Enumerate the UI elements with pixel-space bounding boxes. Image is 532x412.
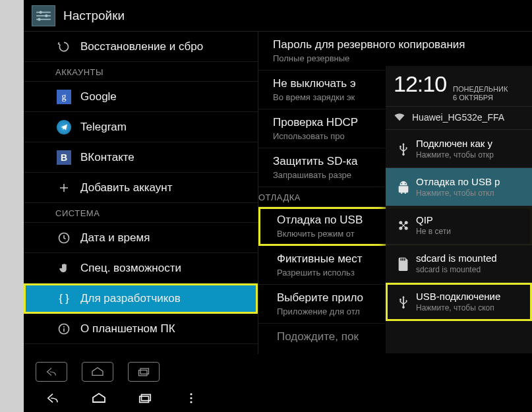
android-icon: [391, 180, 416, 194]
clock-icon: [55, 229, 73, 247]
nav-recent-button[interactable]: [131, 389, 160, 407]
notification-qip[interactable]: QIP Не в сети: [386, 206, 532, 245]
nav-home-button[interactable]: [84, 389, 113, 407]
info-icon: [55, 320, 73, 338]
svg-point-14: [190, 393, 192, 395]
sd-icon: [391, 256, 416, 271]
vk-icon: B: [55, 149, 73, 166]
nav-back-button[interactable]: [38, 389, 67, 407]
sidebar-item-accessibility[interactable]: Спец. возможности: [24, 253, 258, 283]
hand-icon: [55, 260, 73, 277]
section-system: СИСТЕМА: [24, 203, 258, 223]
sidebar-item-add-account[interactable]: Добавить аккаунт: [24, 173, 258, 203]
option-backup-password[interactable]: Пароль для резервного копирования Полные…: [258, 32, 532, 71]
clock-time: 12:10: [394, 71, 446, 97]
notification-sdcard[interactable]: sdcard is mounted sdcard is mounted: [386, 245, 532, 283]
usb-icon: [391, 295, 416, 309]
sidebar-item-telegram[interactable]: Telegram: [24, 112, 258, 142]
svg-point-17: [401, 183, 402, 184]
svg-point-5: [38, 18, 40, 20]
sidebar-item-google[interactable]: g Google: [24, 82, 258, 112]
clock-date: ПОНЕДЕЛЬНИК 6 ОКТЯБРЯ: [453, 85, 508, 102]
settings-icon: [32, 5, 55, 26]
sidebar-item-backup-reset[interactable]: Восстановление и сбро: [24, 32, 258, 62]
usb-icon: [391, 142, 416, 156]
restore-icon: [55, 38, 73, 55]
svg-point-16: [190, 401, 192, 403]
notification-panel: 12:10 ПОНЕДЕЛЬНИК 6 ОКТЯБРЯ Huawei_HG532…: [386, 66, 532, 353]
sidebar-item-date-time[interactable]: Дата и время: [24, 223, 258, 253]
nav-menu-button[interactable]: [177, 389, 206, 407]
notification-wifi[interactable]: Huawei_HG532e_FFA: [386, 107, 532, 130]
settings-sidebar: Восстановление и сбро АККАУНТЫ g Google …: [24, 32, 258, 354]
section-accounts: АККАУНТЫ: [24, 62, 258, 82]
qip-icon: [391, 219, 416, 232]
navbar-outline: [36, 362, 160, 382]
notification-usb-connection[interactable]: USB-подключение Нажмите, чтобы скоп: [386, 283, 532, 321]
navbar: [24, 384, 532, 412]
wifi-icon: [394, 113, 405, 122]
svg-point-18: [405, 183, 406, 184]
nav-home-outline[interactable]: [82, 362, 113, 382]
braces-icon: { }: [55, 290, 73, 307]
notification-clock-row[interactable]: 12:10 ПОНЕДЕЛЬНИК 6 ОКТЯБРЯ: [386, 66, 532, 107]
svg-rect-25: [400, 258, 401, 261]
google-icon: g: [55, 88, 73, 105]
sidebar-item-vkontakte[interactable]: B ВКонтакте: [24, 142, 258, 173]
sidebar-item-developer-options[interactable]: { } Для разработчиков: [24, 283, 258, 314]
notification-usb-connected[interactable]: Подключен как у Нажмите, чтобы откр: [386, 130, 532, 168]
svg-rect-26: [402, 258, 403, 261]
page-title: Настройки: [63, 9, 125, 23]
telegram-icon: [55, 119, 73, 136]
svg-point-8: [63, 326, 65, 327]
svg-point-1: [40, 11, 42, 13]
settings-header: Настройки: [24, 0, 532, 32]
svg-point-3: [45, 14, 47, 16]
svg-rect-9: [63, 328, 65, 332]
svg-point-15: [190, 397, 192, 399]
plus-icon: [55, 179, 73, 196]
notification-usb-debugging[interactable]: Отладка по USB р Нажмите, чтобы откл: [386, 168, 532, 206]
svg-rect-27: [404, 258, 405, 261]
nav-recent-outline[interactable]: [128, 362, 160, 382]
nav-back-outline[interactable]: [36, 362, 67, 382]
sidebar-item-about-tablet[interactable]: О планшетном ПК: [24, 314, 258, 344]
